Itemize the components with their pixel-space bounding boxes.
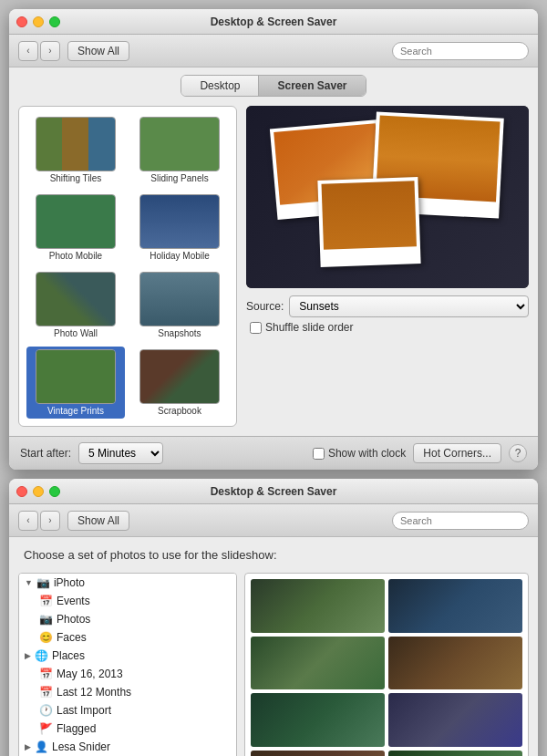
tab-screensaver[interactable]: Screen Saver: [259, 76, 365, 96]
may16-icon: 📅: [39, 668, 53, 680]
tab-group: Desktop Screen Saver: [181, 75, 366, 97]
show-clock-row: Show with clock: [313, 447, 406, 460]
photo-thumb-7[interactable]: [251, 751, 385, 757]
photo-thumb-2[interactable]: [388, 579, 522, 633]
theme-thumb-sliding-panels: [139, 117, 220, 171]
places-arrow-icon: ▶: [25, 651, 31, 660]
tree-item-events[interactable]: 📅 Events: [19, 592, 236, 610]
nav-buttons-2: ‹ ›: [18, 511, 60, 531]
iphoto-icon: 📷: [36, 576, 50, 589]
forward-button-2[interactable]: ›: [40, 511, 60, 531]
theme-photo-mobile[interactable]: Photo Mobile: [26, 192, 125, 264]
tree-label-photos: Photos: [57, 613, 90, 626]
search-input-2[interactable]: [392, 512, 529, 530]
theme-vintage-prints[interactable]: Vintage Prints: [26, 347, 125, 419]
hot-corners-button[interactable]: Hot Corners...: [413, 443, 501, 463]
theme-shifting-tiles[interactable]: Shifting Tiles: [26, 114, 125, 186]
search-input-1[interactable]: [392, 42, 529, 60]
theme-photo-wall[interactable]: Photo Wall: [26, 269, 125, 341]
theme-thumb-vintage-prints: [36, 349, 116, 404]
theme-thumb-shifting-tiles: [36, 117, 116, 171]
polaroid-3: [317, 177, 420, 267]
tree-label-last12months: Last 12 Months: [57, 686, 131, 699]
theme-label-vintage-prints: Vintage Prints: [47, 406, 104, 416]
close-button-2[interactable]: [16, 486, 27, 497]
tree-label-faces: Faces: [57, 631, 87, 644]
maximize-button-2[interactable]: [49, 486, 60, 497]
tree-panel: ▼ 📷 iPhoto 📅 Events 📷 Photos 😊 Faces ▶ 🌐…: [18, 573, 237, 756]
theme-label-holiday-mobile: Holiday Mobile: [150, 251, 210, 261]
tree-item-faces[interactable]: 😊 Faces: [19, 628, 236, 647]
themes-grid: Shifting Tiles Sliding Panels Photo Mobi…: [26, 114, 229, 419]
theme-label-snapshots: Snapshots: [158, 328, 201, 338]
themes-panel: Shifting Tiles Sliding Panels Photo Mobi…: [18, 106, 237, 427]
window-1: Desktop & Screen Saver ‹ › Show All Desk…: [9, 9, 538, 470]
photo-thumb-8[interactable]: [388, 751, 522, 757]
source-row: Source: Sunsets iPhoto Events Photos: [246, 295, 529, 317]
start-after-select[interactable]: 1 Minute 2 Minutes 5 Minutes 10 Minutes …: [78, 442, 163, 464]
theme-label-photo-wall: Photo Wall: [54, 328, 98, 338]
preview-image: [246, 106, 529, 288]
nav-buttons-1: ‹ ›: [18, 41, 60, 61]
window-title-2: Desktop & Screen Saver: [211, 485, 337, 498]
main-content-1: Shifting Tiles Sliding Panels Photo Mobi…: [9, 97, 538, 436]
lesasnider-icon: 👤: [35, 740, 48, 753]
bottom-bar-1: Start after: 1 Minute 2 Minutes 5 Minute…: [9, 436, 538, 470]
tabs-container: Desktop Screen Saver: [9, 67, 538, 97]
tree-item-photos[interactable]: 📷 Photos: [19, 610, 236, 628]
theme-label-scrapbook: Scrapbook: [158, 406, 201, 416]
shuffle-label[interactable]: Shuffle slide order: [265, 321, 354, 334]
photo-thumb-5[interactable]: [251, 693, 385, 747]
tree-item-flagged[interactable]: 🚩 Flagged: [19, 720, 236, 738]
maximize-button-1[interactable]: [49, 16, 60, 27]
theme-label-shifting-tiles: Shifting Tiles: [50, 173, 102, 183]
back-button-2[interactable]: ‹: [18, 511, 38, 531]
tab-desktop[interactable]: Desktop: [181, 76, 259, 96]
source-label: Source:: [246, 300, 284, 313]
faces-icon: 😊: [39, 631, 53, 644]
theme-sliding-panels[interactable]: Sliding Panels: [130, 114, 229, 186]
theme-label-sliding-panels: Sliding Panels: [150, 173, 208, 183]
photo-thumb-6[interactable]: [388, 693, 522, 747]
tree-item-iphoto[interactable]: ▼ 📷 iPhoto: [19, 574, 236, 592]
help-button-1[interactable]: ?: [509, 444, 527, 462]
show-clock-checkbox[interactable]: [313, 448, 325, 460]
tree-item-may16[interactable]: 📅 May 16, 2013: [19, 665, 236, 683]
theme-holiday-mobile[interactable]: Holiday Mobile: [130, 192, 229, 264]
iphoto-arrow-icon: ▼: [25, 578, 33, 587]
photo-thumb-4[interactable]: [388, 637, 522, 690]
tree-item-places[interactable]: ▶ 🌐 Places: [19, 647, 236, 665]
photo-thumb-1[interactable]: [251, 579, 385, 633]
tree-label-iphoto: iPhoto: [54, 576, 85, 589]
tree-label-places: Places: [52, 649, 85, 662]
theme-scrapbook[interactable]: Scrapbook: [130, 347, 229, 419]
photo-thumb-3[interactable]: [251, 637, 385, 690]
tree-label-flagged: Flagged: [57, 722, 96, 735]
picker-instruction: Choose a set of photos to use for the sl…: [9, 537, 538, 567]
theme-snapshots[interactable]: Snapshots: [130, 269, 229, 341]
show-all-button-2[interactable]: Show All: [67, 511, 129, 531]
forward-button-1[interactable]: ›: [40, 41, 60, 61]
theme-thumb-holiday-mobile: [139, 194, 220, 249]
toolbar-2: ‹ › Show All: [9, 504, 538, 537]
show-clock-label[interactable]: Show with clock: [328, 447, 406, 460]
close-button-1[interactable]: [16, 16, 27, 27]
show-all-button-1[interactable]: Show All: [67, 41, 129, 61]
shuffle-checkbox[interactable]: [250, 322, 262, 334]
minimize-button-2[interactable]: [33, 486, 44, 497]
source-select[interactable]: Sunsets iPhoto Events Photos: [289, 295, 529, 317]
tree-label-events: Events: [57, 595, 90, 607]
preview-pane: Source: Sunsets iPhoto Events Photos Shu…: [246, 106, 529, 427]
tree-label-may16: May 16, 2013: [57, 668, 123, 680]
tree-item-lastimport[interactable]: 🕐 Last Import: [19, 701, 236, 720]
last12months-icon: 📅: [39, 686, 53, 699]
polaroid-scene: [246, 106, 529, 288]
tree-item-lesasnider[interactable]: ▶ 👤 Lesa Snider: [19, 738, 236, 756]
traffic-lights-2: [16, 486, 60, 497]
photos-icon: 📷: [39, 613, 53, 626]
theme-label-photo-mobile: Photo Mobile: [49, 251, 102, 261]
minimize-button-1[interactable]: [33, 16, 44, 27]
tree-item-last12months[interactable]: 📅 Last 12 Months: [19, 683, 236, 701]
flagged-icon: 🚩: [39, 722, 53, 735]
back-button-1[interactable]: ‹: [18, 41, 38, 61]
